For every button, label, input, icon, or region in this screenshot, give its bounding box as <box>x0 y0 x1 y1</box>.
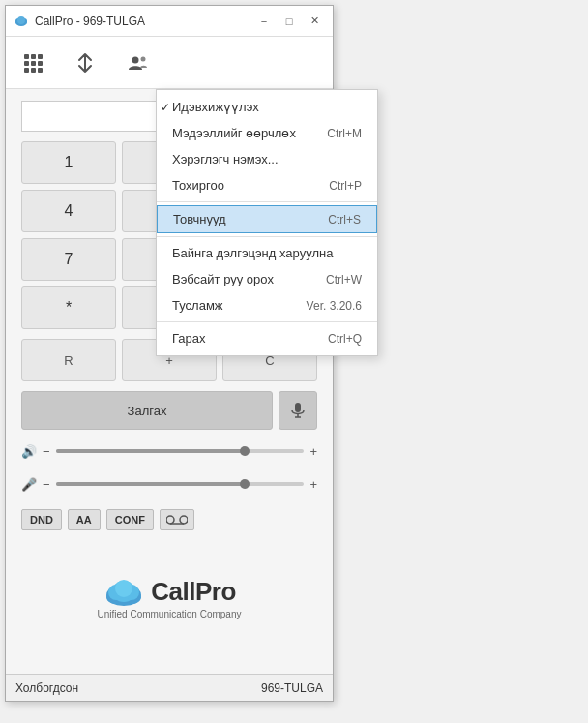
mic-button[interactable] <box>279 391 317 430</box>
svg-point-18 <box>166 516 174 524</box>
dialpad-button[interactable] <box>15 45 50 80</box>
menu-item-label: Гарах <box>172 331 206 346</box>
dial-4[interactable]: 4 <box>21 190 116 232</box>
speaker-minus[interactable]: − <box>43 444 50 459</box>
svg-rect-7 <box>24 61 29 66</box>
menu-item-label: Тусламж <box>172 298 223 313</box>
minimize-button[interactable]: − <box>253 11 275 32</box>
menu-item-shortcut: Ctrl+W <box>326 273 362 286</box>
conf-button[interactable]: CONF <box>106 509 154 530</box>
dnd-button[interactable]: DND <box>21 509 62 530</box>
contacts-button[interactable] <box>120 45 155 80</box>
speaker-slider-track[interactable] <box>56 449 305 453</box>
dial-7[interactable]: 7 <box>21 238 116 281</box>
window-title: CallPro - 969-TULGA <box>35 15 253 28</box>
svg-point-19 <box>180 516 188 524</box>
svg-rect-12 <box>38 68 43 73</box>
voicemail-button[interactable] <box>160 509 194 530</box>
svg-rect-5 <box>31 54 36 59</box>
app-window: CallPro - 969-TULGA − □ ✕ <box>5 5 334 702</box>
svg-rect-4 <box>24 54 29 59</box>
logo-area: CallPro Unified Communication Company <box>21 544 317 662</box>
mic-slider-track[interactable] <box>56 482 305 486</box>
svg-point-3 <box>17 16 25 24</box>
menu-separator-3 <box>157 321 377 322</box>
menu-item-settings[interactable]: Тохиргоо Ctrl+P <box>157 172 377 198</box>
call-row: Залгах <box>21 391 317 430</box>
svg-rect-9 <box>38 61 43 66</box>
extension-label: 969-TULGA <box>261 681 323 695</box>
mic-slider-thumb[interactable] <box>240 479 250 489</box>
status-bar: Холбогдсон 969-TULGA <box>6 674 333 701</box>
aa-button[interactable]: AA <box>68 509 101 530</box>
dropdown-menu: Идэвхижүүлэх Мэдээллийг өөрчлөх Ctrl+M Х… <box>156 89 378 356</box>
menu-item-shortcut: Ctrl+Q <box>328 332 362 346</box>
speaker-slider-thumb[interactable] <box>240 446 250 456</box>
speaker-slider-fill <box>56 449 243 453</box>
svg-point-14 <box>141 56 146 61</box>
menu-item-website[interactable]: Вэбсайт руу орох Ctrl+W <box>157 266 377 292</box>
dialpad-icon <box>22 52 44 74</box>
svg-rect-15 <box>295 403 301 412</box>
menu-item-label: Тохиргоо <box>172 178 224 193</box>
app-icon <box>14 14 29 29</box>
menu-item-edit-info[interactable]: Мэдээллийг өөрчлөх Ctrl+M <box>157 120 377 146</box>
logo-wrap: CallPro <box>103 577 236 607</box>
logo-name: CallPro <box>151 577 236 607</box>
speaker-icon: 🔊 <box>21 444 37 459</box>
menu-separator-1 <box>157 201 377 202</box>
menu-separator-2 <box>157 236 377 237</box>
menu-item-label: Мэдээллийг өөрчлөх <box>172 126 296 140</box>
menu-item-label: Товчнууд <box>173 212 226 226</box>
menu-item-add-user[interactable]: Хэрэглэгч нэмэх... <box>157 146 377 172</box>
menu-item-label: Байнга дэлгэцэнд харуулна <box>172 246 333 260</box>
mic-slider-row: 🎤 − + <box>21 472 317 496</box>
call-button[interactable]: Залгах <box>21 391 273 430</box>
menu-item-shortcut: Ctrl+S <box>328 213 361 226</box>
contacts-icon <box>127 52 148 74</box>
svg-rect-8 <box>31 61 36 66</box>
logo-tagline: Unified Communication Company <box>98 609 242 619</box>
menu-item-label: Хэрэглэгч нэмэх... <box>172 152 279 166</box>
menu-item-activate[interactable]: Идэвхижүүлэх <box>157 94 377 120</box>
window-controls: − □ ✕ <box>253 11 325 32</box>
toolbar <box>6 37 333 89</box>
mic-icon <box>289 402 307 419</box>
svg-rect-10 <box>24 68 29 73</box>
mic-slider-fill <box>56 482 243 486</box>
mic-minus[interactable]: − <box>43 477 50 492</box>
menu-item-shortcut: Ver. 3.20.6 <box>307 299 362 313</box>
menu-item-label: Идэвхижүүлэх <box>172 100 259 114</box>
mic-plus[interactable]: + <box>309 477 317 492</box>
menu-item-shortcut: Ctrl+M <box>327 127 362 140</box>
speaker-slider-row: 🔊 − + <box>21 439 317 463</box>
title-bar: CallPro - 969-TULGA − □ ✕ <box>6 6 333 37</box>
menu-item-help[interactable]: Тусламж Ver. 3.20.6 <box>157 292 377 318</box>
menu-item-shortcut: Ctrl+P <box>329 179 362 193</box>
connection-status: Холбогдсон <box>15 681 78 695</box>
menu-item-exit[interactable]: Гарах Ctrl+Q <box>157 325 377 351</box>
menu-item-always-show[interactable]: Байнга дэлгэцэнд харуулна <box>157 240 377 266</box>
dial-star[interactable]: * <box>21 286 116 329</box>
menu-item-label: Вэбсайт руу орох <box>172 272 274 286</box>
status-row: DND AA CONF <box>21 505 317 534</box>
svg-rect-11 <box>31 68 36 73</box>
speaker-plus[interactable]: + <box>309 444 317 459</box>
maximize-button[interactable]: □ <box>279 11 300 32</box>
mic-slider-icon: 🎤 <box>21 477 37 492</box>
svg-rect-6 <box>38 54 43 59</box>
transfer-button[interactable] <box>68 45 103 80</box>
menu-item-shortcuts[interactable]: Товчнууд Ctrl+S <box>157 205 377 233</box>
close-button[interactable]: ✕ <box>304 11 325 32</box>
svg-point-13 <box>132 56 139 63</box>
transfer-icon <box>74 52 96 74</box>
redial-button[interactable]: R <box>21 339 116 381</box>
voicemail-icon <box>166 514 188 526</box>
svg-point-27 <box>115 580 132 597</box>
cloud-logo-icon <box>103 578 145 607</box>
dial-1[interactable]: 1 <box>21 141 116 184</box>
